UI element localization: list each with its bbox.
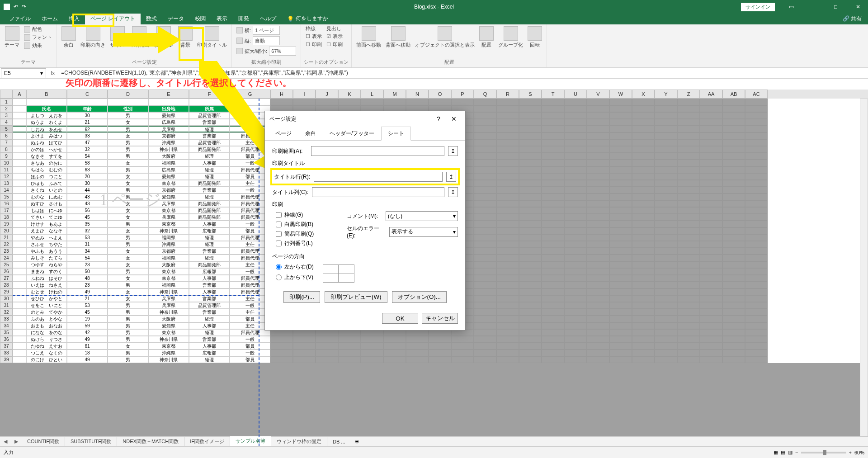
cell[interactable] <box>406 349 429 356</box>
cell[interactable]: 神奈川県 <box>148 336 189 343</box>
cell[interactable]: 氏名 <box>26 105 67 112</box>
cell[interactable] <box>632 139 655 146</box>
cell[interactable]: 50 <box>67 268 108 275</box>
cell[interactable] <box>474 173 496 180</box>
cell[interactable]: せをこ いにと <box>26 302 67 309</box>
cell[interactable] <box>677 302 700 309</box>
cell[interactable] <box>496 126 519 132</box>
cell[interactable] <box>655 343 677 349</box>
cell[interactable]: 愛知県 <box>148 173 189 180</box>
cell[interactable]: むのな にぬむ <box>26 194 67 200</box>
cell[interactable] <box>451 99 474 105</box>
cell[interactable]: 東京都 <box>148 275 189 282</box>
cell[interactable] <box>722 316 745 322</box>
cell[interactable] <box>564 343 587 349</box>
cell[interactable] <box>519 207 542 214</box>
cell[interactable]: 人事部 <box>189 288 230 295</box>
cell[interactable]: ちはら むむの <box>26 166 67 173</box>
cell[interactable] <box>542 248 564 255</box>
row-header[interactable]: 12 <box>0 173 13 180</box>
cell[interactable] <box>13 343 26 349</box>
cell[interactable]: 31 <box>67 241 108 248</box>
cell[interactable] <box>474 146 496 153</box>
cell[interactable] <box>609 227 632 234</box>
column-header[interactable]: E <box>148 90 189 99</box>
column-header[interactable]: T <box>542 90 564 99</box>
cell[interactable] <box>429 356 451 363</box>
cell[interactable]: 沖縄県 <box>148 241 189 248</box>
cell[interactable] <box>587 261 609 268</box>
cell[interactable] <box>519 295 542 302</box>
tab-insert[interactable]: 挿入 <box>63 13 85 24</box>
cell[interactable]: さなあ のおに <box>26 160 67 166</box>
cell[interactable] <box>361 356 383 363</box>
cell[interactable] <box>700 349 722 356</box>
cell[interactable] <box>745 322 768 329</box>
view-normal-icon[interactable]: ▦ <box>774 449 778 455</box>
cell[interactable] <box>587 126 609 132</box>
column-header[interactable]: U <box>564 90 587 99</box>
cell[interactable] <box>632 146 655 153</box>
gridlines-check[interactable]: 枠線(G) <box>272 211 333 219</box>
cell[interactable] <box>700 322 722 329</box>
title-row-picker[interactable]: ↥ <box>446 172 456 182</box>
cell[interactable] <box>655 268 677 275</box>
cell[interactable] <box>609 132 632 139</box>
cell[interactable] <box>745 112 768 119</box>
zoom-slider[interactable] <box>801 452 846 453</box>
cell[interactable] <box>745 119 768 126</box>
maximize-button[interactable]: □ <box>826 0 846 14</box>
cell[interactable]: ふのあ とやな <box>26 316 67 322</box>
cell[interactable] <box>13 207 26 214</box>
cell[interactable]: 44 <box>67 187 108 194</box>
dialog-tab-margins[interactable]: 余白 <box>298 127 323 141</box>
cell[interactable] <box>677 282 700 288</box>
cell[interactable] <box>542 207 564 214</box>
row-header[interactable]: 36 <box>0 336 13 343</box>
cell[interactable] <box>655 207 677 214</box>
cell[interactable] <box>519 288 542 295</box>
cell[interactable] <box>564 295 587 302</box>
cell[interactable] <box>587 112 609 119</box>
cell[interactable] <box>677 343 700 349</box>
cell[interactable] <box>519 153 542 160</box>
cell[interactable] <box>587 295 609 302</box>
row-header[interactable]: 30 <box>0 295 13 302</box>
cell[interactable] <box>496 322 519 329</box>
cell[interactable]: 福岡県 <box>148 255 189 261</box>
column-header[interactable]: V <box>587 90 609 99</box>
cell[interactable] <box>316 99 338 105</box>
vertical-scrollbar[interactable] <box>860 99 868 436</box>
cell[interactable]: 53 <box>67 302 108 309</box>
cell[interactable] <box>542 119 564 126</box>
cell[interactable]: 30 <box>67 112 108 119</box>
cell[interactable] <box>700 132 722 139</box>
cell[interactable] <box>745 255 768 261</box>
cell[interactable]: 49 <box>67 288 108 295</box>
cell[interactable] <box>722 187 745 194</box>
cell[interactable]: 49 <box>67 336 108 343</box>
cell[interactable] <box>496 309 519 316</box>
cell[interactable] <box>609 248 632 255</box>
cell[interactable] <box>655 112 677 119</box>
options-button[interactable]: オプション(O)... <box>392 291 447 303</box>
cell[interactable] <box>13 227 26 234</box>
cell[interactable] <box>519 126 542 132</box>
column-header[interactable]: P <box>451 90 474 99</box>
cell[interactable]: 男 <box>108 126 148 132</box>
cell[interactable] <box>745 261 768 268</box>
cell[interactable]: ぬふね はてひ <box>26 139 67 146</box>
cell[interactable]: 広報部 <box>189 227 230 234</box>
cell[interactable] <box>519 356 542 363</box>
cell[interactable] <box>609 187 632 194</box>
cell[interactable] <box>609 288 632 295</box>
cell[interactable]: 人事部 <box>189 343 230 349</box>
cell[interactable] <box>632 187 655 194</box>
orientation-button[interactable]: 印刷の向き <box>79 25 107 49</box>
cell[interactable]: 男 <box>108 316 148 322</box>
cell[interactable]: 45 <box>67 214 108 221</box>
cell[interactable] <box>745 180 768 187</box>
cell[interactable] <box>700 302 722 309</box>
row-header[interactable]: 10 <box>0 160 13 166</box>
cell[interactable] <box>722 132 745 139</box>
